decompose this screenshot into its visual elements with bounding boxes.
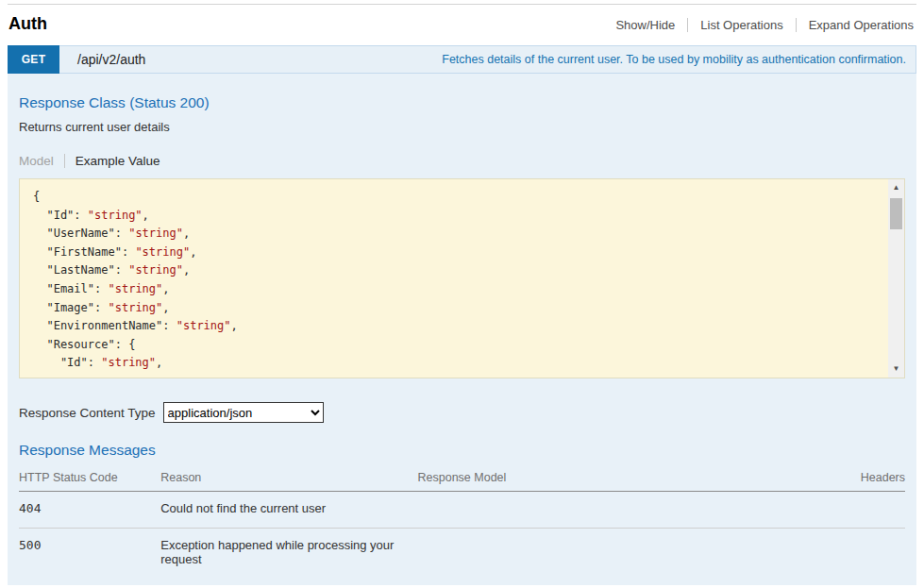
response-class-subtitle: Returns current user details: [19, 120, 905, 134]
col-headers: Headers: [781, 468, 905, 492]
reason-cell: Could not find the current user: [160, 492, 417, 529]
example-tabs: Model Example Value: [19, 154, 905, 168]
response-content-type-select[interactable]: application/json: [163, 402, 324, 423]
status-code-cell: 500: [19, 529, 160, 580]
col-reason: Reason: [160, 468, 417, 492]
top-divider: [8, 4, 916, 5]
endpoint-details-panel: Response Class (Status 200) Returns curr…: [8, 74, 916, 585]
code-line: "Id": "string",: [33, 207, 875, 226]
list-operations-link[interactable]: List Operations: [687, 18, 795, 32]
table-row: 404Could not find the current user: [19, 492, 905, 529]
page-title[interactable]: Auth: [8, 14, 47, 34]
status-code-cell: 404: [19, 492, 160, 529]
tab-model[interactable]: Model: [19, 154, 65, 168]
code-line: "LastName": "string",: [33, 261, 875, 280]
endpoint-path[interactable]: /api/v2/auth: [77, 52, 145, 67]
response-messages-body: 404Could not find the current user500Exc…: [19, 492, 905, 580]
resource-nav: Show/Hide List Operations Expand Operati…: [603, 18, 916, 32]
table-header-row: HTTP Status Code Reason Response Model H…: [19, 468, 905, 492]
table-row: 500Exception happened while processing y…: [19, 529, 905, 580]
show-hide-link[interactable]: Show/Hide: [603, 18, 687, 32]
response-model-cell: [418, 529, 781, 580]
tab-example-value[interactable]: Example Value: [65, 154, 160, 168]
example-json-block: { "Id": "string", "UserName": "string", …: [19, 178, 905, 378]
col-response-model: Response Model: [418, 468, 781, 492]
endpoint-description: Fetches details of the current user. To …: [442, 53, 906, 66]
scroll-down-icon[interactable]: ▼: [893, 361, 900, 378]
col-http-status-code: HTTP Status Code: [19, 468, 160, 492]
response-content-type-label: Response Content Type: [19, 406, 156, 420]
headers-cell: [781, 529, 905, 580]
example-json: { "Id": "string", "UserName": "string", …: [20, 179, 888, 378]
code-line: "Email": "string",: [33, 280, 875, 299]
expand-operations-link[interactable]: Expand Operations: [796, 18, 916, 32]
scrollbar-thumb[interactable]: [890, 198, 902, 229]
code-line: {: [33, 188, 875, 207]
scroll-up-icon[interactable]: ▲: [893, 179, 900, 196]
endpoint-header-bar: GET /api/v2/auth Fetches details of the …: [8, 45, 916, 74]
response-messages-heading: Response Messages: [19, 442, 905, 459]
code-line: "UserName": "string",: [33, 225, 875, 244]
code-line: "Id": "string",: [33, 354, 875, 373]
http-method-badge[interactable]: GET: [8, 45, 59, 74]
response-class-heading: Response Class (Status 200): [19, 94, 905, 111]
response-messages-table: HTTP Status Code Reason Response Model H…: [19, 468, 905, 579]
headers-cell: [781, 492, 905, 529]
resource-header: Auth Show/Hide List Operations Expand Op…: [8, 14, 916, 34]
code-line: "EnvironmentName": "string",: [33, 317, 875, 336]
code-line: "Resource": {: [33, 336, 875, 355]
reason-cell: Exception happened while processing your…: [160, 529, 417, 580]
code-scrollbar[interactable]: ▲ ▼: [888, 179, 904, 378]
code-line: "Image": "string",: [33, 299, 875, 318]
code-line: "FirstName": "string",: [33, 244, 875, 262]
response-content-type-row: Response Content Type application/json: [19, 402, 905, 423]
response-model-cell: [418, 492, 781, 529]
